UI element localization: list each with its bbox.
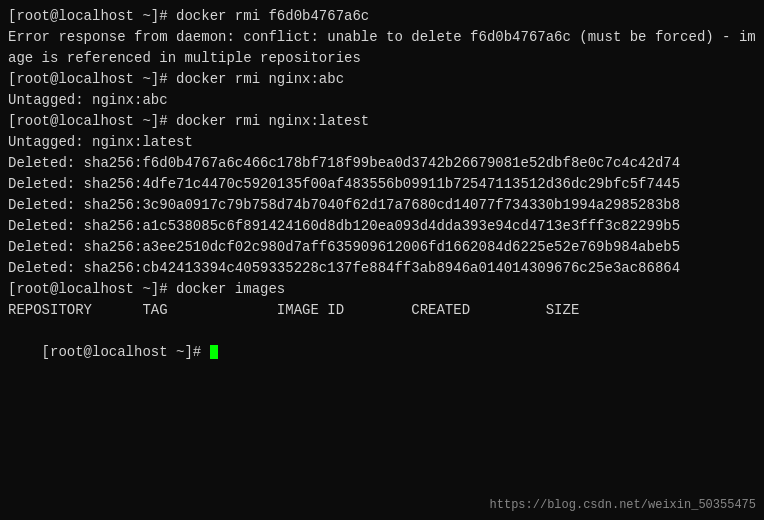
terminal-line: [root@localhost ~]# docker rmi nginx:lat… — [8, 111, 756, 132]
terminal-line: [root@localhost ~]# docker rmi f6d0b4767… — [8, 6, 756, 27]
prompt-text: [root@localhost ~]# — [42, 344, 210, 360]
terminal-line: Deleted: sha256:a1c538085c6f891424160d8d… — [8, 216, 756, 237]
terminal-line: Untagged: nginx:abc — [8, 90, 756, 111]
terminal-line: Deleted: sha256:a3ee2510dcf02c980d7aff63… — [8, 237, 756, 258]
terminal-column-headers: REPOSITORY TAG IMAGE ID CREATED SIZE — [8, 300, 756, 321]
terminal-line: Untagged: nginx:latest — [8, 132, 756, 153]
terminal-line: [root@localhost ~]# docker images — [8, 279, 756, 300]
terminal-line: [root@localhost ~]# docker rmi nginx:abc — [8, 69, 756, 90]
terminal-line: Deleted: sha256:f6d0b4767a6c466c178bf718… — [8, 153, 756, 174]
terminal-line: Deleted: sha256:cb42413394c4059335228c13… — [8, 258, 756, 279]
terminal-line: Error response from daemon: conflict: un… — [8, 27, 756, 69]
terminal-line: Deleted: sha256:3c90a0917c79b758d74b7040… — [8, 195, 756, 216]
cursor — [210, 345, 218, 359]
watermark: https://blog.csdn.net/weixin_50355475 — [490, 498, 756, 512]
terminal-line: Deleted: sha256:4dfe71c4470c5920135f00af… — [8, 174, 756, 195]
terminal-prompt-line[interactable]: [root@localhost ~]# — [8, 321, 756, 384]
terminal: [root@localhost ~]# docker rmi f6d0b4767… — [0, 0, 764, 520]
